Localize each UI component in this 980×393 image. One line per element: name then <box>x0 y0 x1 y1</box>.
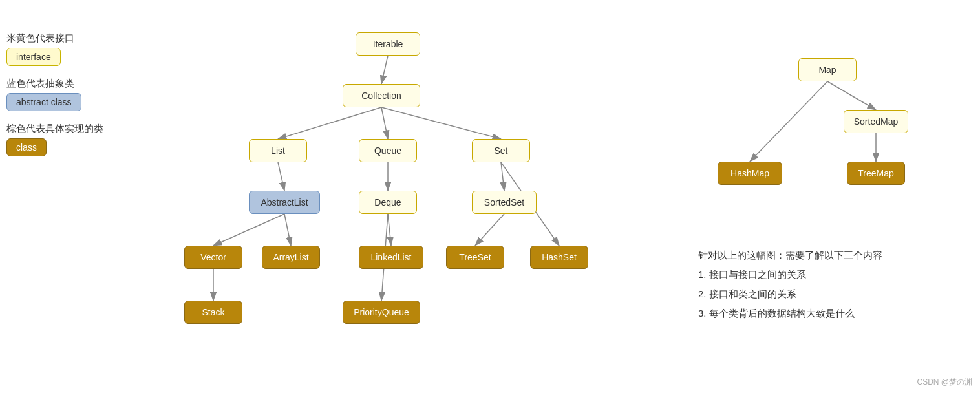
legend: 米黄色代表接口 interface 蓝色代表抽象类 abstract class… <box>6 32 103 168</box>
legend-class-label: 棕色代表具体实现的类 <box>6 123 103 135</box>
notes-point3: 3. 每个类背后的数据结构大致是什么 <box>698 304 882 323</box>
svg-line-10 <box>388 214 391 246</box>
map-diagram: MapSortedMapHashMapTreeMap <box>698 52 944 233</box>
node-collection: Collection <box>343 84 420 107</box>
node-queue: Queue <box>359 139 417 162</box>
node-iterable: Iterable <box>356 32 420 56</box>
svg-line-5 <box>278 162 284 191</box>
notes-section: 针对以上的这幅图：需要了解以下三个内容 1. 接口与接口之间的关系 2. 接口和… <box>698 246 882 323</box>
node-hashmap: HashMap <box>718 162 782 185</box>
watermark: CSDN @梦の渊 <box>917 377 972 388</box>
svg-line-3 <box>381 107 388 139</box>
node-list: List <box>249 139 307 162</box>
legend-interface: 米黄色代表接口 interface <box>6 32 103 66</box>
node-stack: Stack <box>184 301 242 324</box>
svg-line-11 <box>475 214 504 246</box>
svg-line-17 <box>750 81 827 162</box>
node-treemap: TreeMap <box>847 162 905 185</box>
node-map: Map <box>798 58 857 81</box>
node-arraylist: ArrayList <box>262 246 320 269</box>
notes-point1: 1. 接口与接口之间的关系 <box>698 265 882 284</box>
legend-abstract: 蓝色代表抽象类 abstract class <box>6 78 103 111</box>
legend-abstract-label: 蓝色代表抽象类 <box>6 78 103 90</box>
node-vector: Vector <box>184 246 242 269</box>
svg-line-16 <box>827 81 876 110</box>
svg-line-4 <box>381 107 501 139</box>
node-set: Set <box>472 139 530 162</box>
main-diagram: IterableCollectionListQueueSetAbstractLi… <box>142 13 672 375</box>
svg-line-1 <box>381 56 388 84</box>
notes-point2: 2. 接口和类之间的关系 <box>698 284 882 304</box>
legend-class-box: class <box>6 138 47 156</box>
notes-intro: 针对以上的这幅图：需要了解以下三个内容 <box>698 246 882 265</box>
svg-line-9 <box>284 214 291 246</box>
svg-line-8 <box>213 214 284 246</box>
svg-line-2 <box>278 107 381 139</box>
legend-interface-label: 米黄色代表接口 <box>6 32 103 45</box>
node-linkedlist: LinkedList <box>359 246 423 269</box>
node-deque: Deque <box>359 191 417 214</box>
node-treeset: TreeSet <box>446 246 504 269</box>
node-hashset: HashSet <box>530 246 588 269</box>
node-sortedmap: SortedMap <box>844 110 908 133</box>
legend-interface-box: interface <box>6 48 61 66</box>
svg-line-7 <box>501 162 504 191</box>
node-priorityqueue: PriorityQueue <box>343 301 420 324</box>
legend-abstract-box: abstract class <box>6 93 81 111</box>
node-sortedset: SortedSet <box>472 191 537 214</box>
node-abstractlist: AbstractList <box>249 191 320 214</box>
legend-class: 棕色代表具体实现的类 class <box>6 123 103 156</box>
page-container: 米黄色代表接口 interface 蓝色代表抽象类 abstract class… <box>0 0 980 393</box>
